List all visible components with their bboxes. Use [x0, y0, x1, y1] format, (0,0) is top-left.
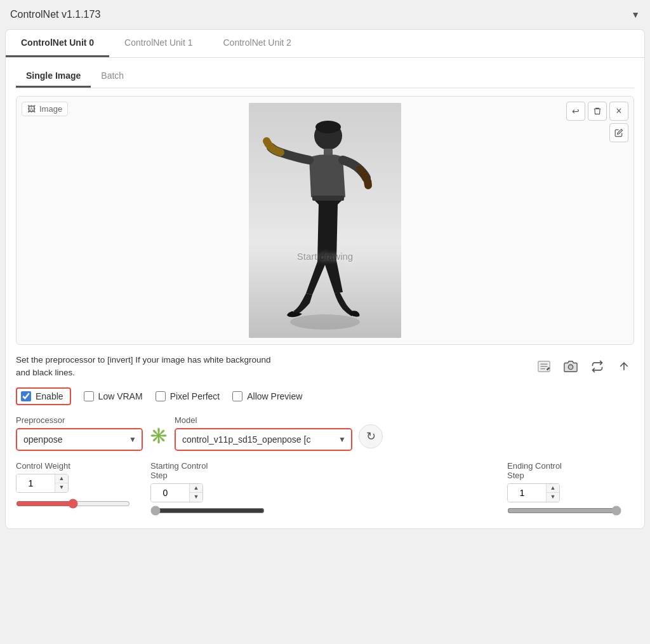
upload-icon-button[interactable] — [614, 356, 634, 377]
ending-step-label: Ending ControlStep — [507, 461, 634, 480]
image-controls-row-2 — [566, 123, 628, 142]
starting-step-spinners: ▲ ▼ — [189, 484, 202, 502]
low-vram-label: Low VRAM — [98, 391, 143, 401]
tab-unit-0[interactable]: ControlNet Unit 0 — [6, 30, 109, 57]
model-select-wrapper: None control_v11p_sd15_openpose [c ▼ — [175, 428, 352, 451]
control-weight-input[interactable] — [17, 474, 55, 492]
image-label-text: Image — [39, 104, 62, 114]
ending-step-down[interactable]: ▼ — [547, 493, 559, 502]
preprocessor-select[interactable]: openpose none openpose_face openpose_fac… — [17, 429, 142, 450]
ending-step-input[interactable] — [508, 484, 546, 502]
collapse-icon[interactable]: ▼ — [631, 10, 640, 20]
pixel-perfect-label: Pixel Perfect — [170, 391, 220, 401]
low-vram-checkbox[interactable] — [84, 391, 94, 401]
preprocessor-select-wrapper: openpose none openpose_face openpose_fac… — [16, 428, 143, 451]
starting-step-label: Starting ControlStep — [150, 461, 500, 480]
weight-row: Control Weight ▲ ▼ — [16, 461, 634, 518]
control-weight-label: Control Weight — [16, 461, 143, 471]
info-row: Set the preprocessor to [invert] If your… — [16, 354, 634, 380]
refresh-button[interactable]: ↻ — [359, 424, 383, 448]
preprocessor-label: Preprocessor — [16, 415, 143, 425]
control-weight-slider-container — [16, 499, 143, 511]
ending-step-up[interactable]: ▲ — [547, 484, 559, 493]
starting-step-group: Starting ControlStep ▲ ▼ — [150, 461, 500, 518]
image-display: Start drawing — [17, 97, 633, 344]
undo-button[interactable]: ↩ — [566, 102, 585, 121]
pixel-perfect-checkbox[interactable] — [156, 391, 166, 401]
starting-step-row: ▲ ▼ — [150, 483, 500, 502]
person-silhouette — [249, 103, 401, 338]
panel-content: Single Image Batch 🖼 Image ↩ — [6, 58, 644, 528]
refresh-button-wrapper: ↻ — [359, 424, 383, 451]
allow-preview-checkbox[interactable] — [232, 391, 242, 401]
unit-tabs: ControlNet Unit 0 ControlNet Unit 1 Cont… — [6, 30, 644, 58]
low-vram-checkbox-wrapper[interactable]: Low VRAM — [84, 391, 143, 401]
enable-checkbox-wrapper[interactable]: Enable — [16, 387, 71, 405]
starting-step-up[interactable]: ▲ — [190, 484, 202, 493]
svg-point-1 — [290, 314, 360, 330]
starting-step-input-wrap: ▲ ▼ — [150, 483, 203, 502]
close-button[interactable]: × — [609, 102, 628, 121]
model-select[interactable]: None control_v11p_sd15_openpose [c — [176, 429, 351, 450]
model-group: Model None control_v11p_sd15_openpose [c… — [175, 415, 352, 451]
info-text: Set the preprocessor to [invert] If your… — [16, 354, 526, 380]
app-title: ControlNet v1.1.173 — [10, 9, 100, 20]
camera-icon-button[interactable] — [560, 356, 581, 377]
ending-step-group: Ending ControlStep ▲ ▼ — [507, 461, 634, 518]
edit-button[interactable] — [609, 123, 628, 142]
control-weight-input-wrap: ▲ ▼ — [16, 474, 69, 493]
app-container: ControlNet v1.1.173 ▼ ControlNet Unit 0 … — [0, 0, 650, 534]
enable-label: Enable — [36, 391, 63, 401]
starting-step-slider[interactable] — [150, 506, 265, 516]
image-label: 🖼 Image — [22, 102, 68, 116]
starting-step-slider-container — [150, 506, 500, 518]
checkboxes-row: Enable Low VRAM Pixel Perfect Allow Prev… — [16, 387, 634, 405]
tab-batch[interactable]: Batch — [91, 65, 134, 88]
ending-step-slider[interactable] — [507, 506, 621, 516]
star-icon-wrapper: ✳️ — [149, 427, 168, 451]
starting-step-input[interactable] — [151, 484, 189, 502]
image-controls-row-1: ↩ × — [566, 102, 628, 121]
star-icon: ✳️ — [149, 427, 168, 445]
control-weight-slider[interactable] — [16, 499, 130, 509]
svg-point-10 — [568, 365, 573, 369]
pixel-perfect-checkbox-wrapper[interactable]: Pixel Perfect — [156, 391, 220, 401]
tab-unit-1[interactable]: ControlNet Unit 1 — [109, 30, 208, 57]
allow-preview-checkbox-wrapper[interactable]: Allow Preview — [232, 391, 302, 401]
ending-step-slider-container — [507, 506, 634, 518]
svg-rect-5 — [312, 196, 344, 201]
sub-tabs: Single Image Batch — [16, 65, 634, 88]
allow-preview-label: Allow Preview — [247, 391, 302, 401]
image-upload-area[interactable]: 🖼 Image ↩ × — [16, 96, 634, 345]
tab-unit-2[interactable]: ControlNet Unit 2 — [208, 30, 307, 57]
ending-step-spinners: ▲ ▼ — [546, 484, 559, 502]
control-weight-up[interactable]: ▲ — [55, 474, 68, 483]
control-weight-group: Control Weight ▲ ▼ — [16, 461, 143, 511]
title-bar: ControlNet v1.1.173 ▼ — [0, 0, 650, 29]
ending-step-input-wrap: ▲ ▼ — [507, 483, 560, 502]
swap-icon-button[interactable] — [587, 356, 607, 377]
image-controls: ↩ × — [566, 102, 628, 142]
pencil-icon-button[interactable] — [534, 356, 554, 377]
control-weight-spinners: ▲ ▼ — [55, 474, 68, 492]
model-label: Model — [175, 415, 352, 425]
starting-step-down[interactable]: ▼ — [190, 493, 202, 502]
control-weight-down[interactable]: ▼ — [55, 483, 68, 492]
main-panel: ControlNet Unit 0 ControlNet Unit 1 Cont… — [5, 29, 645, 529]
tab-single-image[interactable]: Single Image — [16, 65, 91, 88]
preprocessor-group: Preprocessor openpose none openpose_face… — [16, 415, 143, 451]
ending-step-row: ▲ ▼ — [507, 483, 634, 502]
clear-button[interactable] — [588, 102, 607, 121]
svg-point-3 — [315, 121, 341, 133]
info-icons — [534, 356, 634, 377]
enable-checkbox[interactable] — [21, 391, 31, 401]
image-icon: 🖼 — [27, 104, 36, 114]
controls-row: Preprocessor openpose none openpose_face… — [16, 415, 634, 451]
